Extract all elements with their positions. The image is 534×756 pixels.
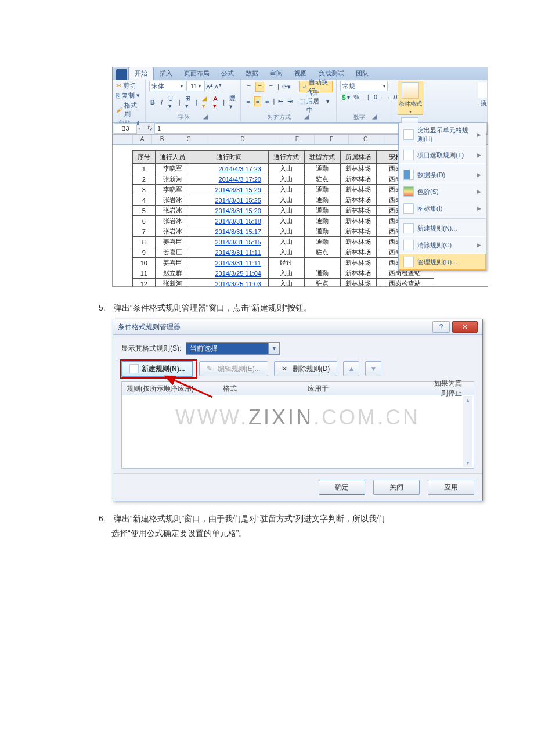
edit-rule-icon: ✎ [207, 365, 215, 373]
font-color-button[interactable]: A ▾ [212, 95, 219, 110]
top-icon [403, 150, 414, 160]
styles-group: 条件格式▾ 套用 表格格式 单元格样式▾ [394, 80, 470, 122]
cf-top-rules[interactable]: 项目选取规则(T)▶ [399, 147, 486, 164]
fill-color-button[interactable]: ◢ ▾ [201, 95, 209, 110]
table-row[interactable]: 7张岩冰2014/3/31 15:17入山通勤新林林场西岗检查站 [133, 226, 434, 237]
grow-font-icon[interactable]: A▴ [206, 81, 213, 91]
cut-button[interactable]: ✂剪切 [116, 81, 142, 91]
tab-team[interactable]: 团队 [350, 67, 374, 80]
conditional-format-menu: 突出显示单元格规则(H)▶ 项目选取规则(T)▶ 数据条(D)▶ 色阶(S)▶ … [398, 123, 486, 271]
iconset-icon [403, 203, 414, 214]
cf-highlight-rules[interactable]: 突出显示单元格规则(H)▶ [399, 123, 486, 147]
conditional-format-icon [402, 82, 419, 99]
cf-clear-rules[interactable]: 清除规则(C)▶ [399, 237, 486, 254]
align-right-icon[interactable]: ≡ [264, 96, 270, 106]
underline-button[interactable]: U ▾ [167, 95, 175, 110]
clipboard-group: ✂剪切 ⎘复制 ▾ 🖌格式刷 剪贴 ◢ [113, 80, 146, 122]
bold-button[interactable]: B [149, 99, 156, 106]
databar-icon [403, 170, 414, 180]
scrollbar[interactable]: ▲ ▼ [463, 396, 472, 467]
format-painter-button[interactable]: 🖌格式刷 [116, 100, 142, 119]
tab-home[interactable]: 开始 [128, 67, 154, 80]
number-format-select[interactable]: 常规▾ [340, 81, 388, 91]
move-up-button[interactable]: ▲ [343, 361, 359, 376]
edit-rule-button[interactable]: ✎编辑规则(E)... [199, 361, 268, 376]
scroll-up-icon: ▲ [463, 396, 472, 404]
table-row[interactable]: 3李晓军2014/3/31 15:29入山通勤新林林场西岗检查站 [133, 185, 434, 195]
step-5: 5. 弹出“条件格式规则管理器”窗口，点击“新建规则”按钮。 [99, 301, 482, 315]
cf-new-rule[interactable]: 新建规则(N)... [399, 220, 486, 237]
col-format: 格式 [218, 384, 303, 394]
number-group: 常规▾ 💲▾ % , | .0→ ←.0 数字 ◢ [337, 80, 394, 122]
copy-button[interactable]: ⎘复制 ▾ [116, 91, 142, 100]
table-row[interactable]: 4张岩冰2014/3/31 15:25入山通勤新林林场西岗检查站 [133, 195, 434, 206]
indent-inc-icon[interactable]: ⇥ [287, 96, 294, 106]
table-row[interactable]: 6张岩冰2014/3/31 15:18入山通勤新林林场西岗检查站 [133, 216, 434, 226]
orientation-icon[interactable]: ⟳▾ [282, 82, 291, 92]
table-row[interactable]: 5张岩冰2014/3/31 15:20入山通勤新林林场西岗检查站 [133, 206, 434, 216]
clear-icon [403, 240, 414, 250]
table-row[interactable]: 9姜喜臣2014/3/31 11:11入山驻点新林林场西岗检查站 [133, 247, 434, 258]
scope-value: 当前选择 [186, 343, 268, 354]
ribbon-tabs: 开始 插入 页面布局 公式 数据 审阅 视图 负载测试 团队 [113, 67, 488, 80]
step-6-line2: 选择“使用公式确定要设置的单元格”。 [111, 528, 247, 538]
font-name-select[interactable]: 宋体▾ [149, 81, 185, 91]
indent-dec-icon[interactable]: ⇤ [277, 96, 284, 106]
move-down-button[interactable]: ▼ [365, 361, 381, 376]
phonetic-button[interactable]: 豐 ▾ [228, 94, 237, 110]
insert-icon [478, 82, 488, 98]
fx-icon[interactable]: fx [145, 124, 154, 132]
align-top-icon[interactable]: ≡ [244, 82, 253, 92]
new-rule-icon [129, 364, 139, 373]
new-rule-button[interactable]: 新建规则(N)... [121, 361, 193, 377]
font-size-select[interactable]: 11▾ [186, 81, 205, 91]
step-5-number: 5. [99, 301, 111, 315]
table-row[interactable]: 1李晓军2014/4/3 17:23入山通勤新林林场西岗检查站 [133, 164, 434, 174]
currency-icon[interactable]: 💲▾ [340, 94, 350, 100]
close-icon: ✕ [462, 323, 468, 331]
border-button[interactable]: ⊞ ▾ [184, 95, 192, 110]
step-6-number: 6. [99, 512, 111, 526]
cf-databar[interactable]: 数据条(D)▶ [399, 167, 486, 183]
delete-rule-button[interactable]: ✕删除规则(D) [274, 361, 338, 376]
tab-data[interactable]: 数据 [240, 67, 264, 80]
italic-button[interactable]: I [160, 99, 164, 106]
scope-combo[interactable]: 当前选择 ▼ [186, 342, 280, 355]
align-bottom-icon[interactable]: ≡ [266, 82, 275, 92]
inc-decimal-icon[interactable]: .0→ [373, 94, 383, 100]
ribbon: ✂剪切 ⎘复制 ▾ 🖌格式刷 剪贴 ◢ 宋体▾ 11▾ A▴ A▾ B [113, 80, 488, 123]
cf-manage-rules[interactable]: 管理规则(R)... [399, 254, 486, 270]
cf-iconset[interactable]: 图标集(I)▶ [399, 200, 486, 217]
table-row[interactable]: 11赵立群2014/3/25 11:04入山通勤新林林场西岗检查站 [133, 268, 434, 279]
tab-review[interactable]: 审阅 [264, 67, 288, 80]
step-5-text: 弹出“条件格式规则管理器”窗口，点击“新建规则”按钮。 [114, 303, 312, 312]
help-button[interactable]: ? [432, 321, 450, 333]
align-left-icon[interactable]: ≡ [244, 96, 251, 106]
ok-button[interactable]: 确定 [319, 480, 365, 495]
comma-icon[interactable]: , [362, 94, 364, 100]
tab-formula[interactable]: 公式 [215, 67, 240, 80]
percent-icon[interactable]: % [353, 94, 359, 100]
newrule-icon [403, 223, 414, 233]
colorscale-icon [403, 186, 414, 197]
conditional-format-button[interactable]: 条件格式▾ [398, 81, 423, 115]
shrink-font-icon[interactable]: A▾ [214, 81, 221, 91]
align-center-icon[interactable]: ≡ [254, 96, 261, 106]
cf-colorscale[interactable]: 色阶(S)▶ [399, 183, 486, 200]
close-dialog-button[interactable]: 关闭 [373, 480, 420, 495]
show-rules-label: 显示其格式规则(S): [121, 344, 181, 354]
close-button[interactable]: ✕ [452, 321, 478, 333]
merge-center-button[interactable]: ⬚合并后居中 ▾ [296, 95, 333, 107]
delete-rule-icon: ✕ [282, 365, 290, 373]
table-row[interactable]: 8姜喜臣2014/3/31 15:15入山通勤新林林场西岗检查站 [133, 237, 434, 247]
table-row[interactable]: 2张新河2014/4/3 17:20入山驻点新林林场西岗检查站 [133, 174, 434, 185]
name-box[interactable]: B3 [114, 123, 137, 134]
align-middle-icon[interactable]: ≡ [255, 82, 264, 92]
apply-button[interactable]: 应用 [428, 480, 474, 495]
table-row[interactable]: 12张新河2014/3/25 11:03入山驻点新林林场西岗检查站 [133, 279, 434, 287]
tab-layout[interactable]: 页面布局 [178, 67, 215, 80]
file-tab[interactable] [116, 69, 127, 80]
insert-button[interactable]: 插入 [474, 81, 488, 107]
table-row[interactable]: 10姜喜臣2014/3/31 11:11经过新林林场西岗检查站 [133, 258, 434, 268]
tab-insert[interactable]: 插入 [154, 67, 178, 80]
